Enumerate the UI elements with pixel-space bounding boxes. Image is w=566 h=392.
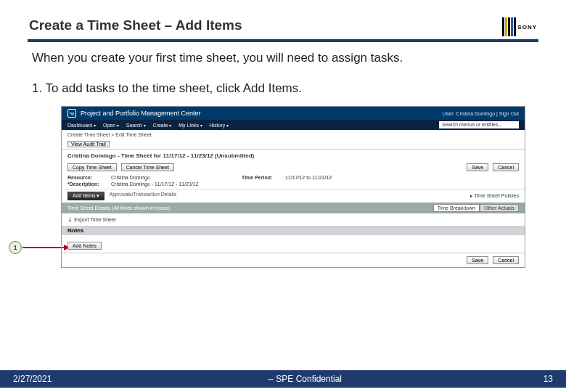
app-title: Project and Portfolio Management Center — [81, 110, 201, 117]
menu-history[interactable]: History — [210, 123, 229, 128]
description-value[interactable]: Cristina Domingo - 11/17/12 - 11/23/12 — [111, 181, 242, 187]
notes-heading: Notes — [62, 226, 525, 235]
timesheet-heading: Cristina Domingo - Time Sheet for 11/17/… — [62, 149, 525, 162]
footer-page-number: 13 — [522, 374, 566, 384]
cancel-button-bottom[interactable]: Cancel — [493, 256, 519, 264]
footer-date: 2/27/2021 — [0, 374, 87, 384]
hp-logo-icon: hp — [67, 109, 76, 118]
menu-mylinks[interactable]: My Links — [179, 123, 202, 128]
menu-create[interactable]: Create — [153, 123, 172, 128]
footer-confidential: -- SPE Confidential — [87, 374, 522, 384]
header-rule — [28, 39, 538, 42]
export-link[interactable]: Export Time Sheet — [62, 213, 525, 226]
menu-dashboard[interactable]: Dashboard — [67, 123, 96, 128]
menu-search[interactable]: Search — [126, 123, 146, 128]
period-label: Time Period: — [242, 175, 285, 180]
details-bar-label: Time Sheet Details (All times shown in h… — [67, 205, 170, 211]
tab-other-actuals[interactable]: Other Actuals — [480, 204, 519, 212]
approval-link[interactable]: Approvals/Transaction Details — [109, 192, 176, 200]
description-label: *Description: — [67, 181, 111, 187]
view-audit-button[interactable]: View Audit Trail — [67, 141, 110, 147]
step-1-text: 1. To add tasks to the time sheet, click… — [32, 81, 537, 96]
add-notes-button[interactable]: Add Notes — [67, 242, 102, 250]
slide-footer: 2/27/2021 -- SPE Confidential 13 — [0, 370, 566, 388]
cancel-timesheet-button[interactable]: Cancel Time Sheet — [121, 163, 174, 171]
save-button-top[interactable]: Save — [467, 163, 488, 171]
embedded-screenshot: hp Project and Portfolio Management Cent… — [61, 106, 525, 268]
menu-open[interactable]: Open — [103, 123, 119, 128]
cancel-button-top[interactable]: Cancel — [493, 163, 519, 171]
logo-text: SONY — [517, 24, 537, 30]
copy-timesheet-button[interactable]: Copy Time Sheet — [67, 163, 117, 171]
intro-text: When you create your first time sheet, y… — [32, 51, 537, 65]
page-title: Create a Time Sheet – Add Items — [29, 17, 242, 39]
save-button-bottom[interactable]: Save — [467, 256, 488, 264]
add-items-button[interactable]: Add Items ▾ — [67, 192, 104, 200]
resource-value: Cristina Domingo — [111, 175, 242, 180]
policies-link[interactable]: Time Sheet Policies — [470, 193, 519, 199]
search-input[interactable]: Search menus or entities... — [439, 121, 519, 128]
period-value: 11/17/12 to 11/23/12 — [285, 175, 519, 180]
breadcrumb: Create Time Sheet > Edit Time Sheet — [62, 130, 525, 139]
user-info[interactable]: User: Cristina Domingo | Sign Out — [443, 111, 519, 116]
callout-badge-1: 1 — [9, 241, 22, 254]
sony-logo: SONY — [502, 17, 537, 36]
resource-label: Resource: — [67, 175, 111, 180]
tab-time-breakdown[interactable]: Time Breakdown — [433, 204, 480, 212]
